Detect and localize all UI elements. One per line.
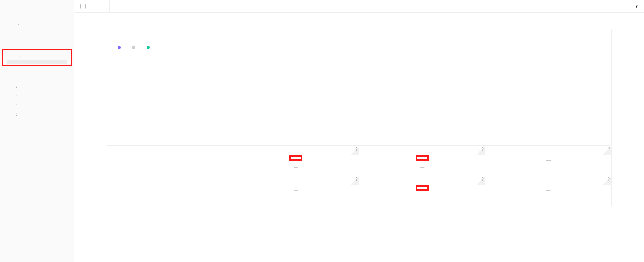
sidebar-item-conversations[interactable] <box>0 29 74 33</box>
sidebar-item-teams[interactable] <box>0 45 74 49</box>
metric-na <box>489 157 607 162</box>
sidebar-group-warehousing[interactable]: › <box>0 110 74 119</box>
help-icon[interactable]: ? <box>602 176 611 185</box>
main-area: ▼ ? <box>74 0 644 262</box>
conversations-chart-card <box>107 29 612 146</box>
topbar-business-hours <box>74 0 98 12</box>
sidebar: ⌄ ⌄ › › › › <box>0 0 74 262</box>
chart-plot <box>118 53 601 137</box>
topbar-period-selector[interactable]: ▼ <box>624 0 644 12</box>
topbar-timezone <box>98 0 110 12</box>
chevron-right-icon: › <box>16 85 17 89</box>
metric-avg-resolutions-per-day: ? <box>359 176 485 206</box>
metric-na <box>111 179 229 184</box>
help-icon[interactable]: ? <box>350 176 359 185</box>
annotation-highlight <box>289 155 302 161</box>
sidebar-item-support-csat[interactable] <box>0 70 74 74</box>
help-icon[interactable]: ? <box>603 146 611 155</box>
help-icon[interactable]: ? <box>476 176 485 185</box>
legend-item-resolutions[interactable] <box>147 45 152 50</box>
legend-item-customers[interactable] <box>132 45 138 50</box>
metric-resolutions: ? <box>359 146 485 176</box>
sidebar-group-amazon-sales[interactable]: › <box>0 101 74 110</box>
sidebar-group-returns[interactable]: › <box>0 82 74 91</box>
sidebar-title <box>0 7 74 14</box>
metric-na <box>237 188 355 192</box>
metric-na <box>237 165 355 169</box>
chevron-right-icon: › <box>16 112 17 117</box>
annotation-highlight <box>416 155 429 161</box>
sidebar-item-teammates[interactable] <box>0 41 74 45</box>
sidebar-group-support[interactable]: ⌄ <box>3 51 71 60</box>
annotation-highlight <box>416 185 429 191</box>
sidebar-item-support-teammates[interactable] <box>0 74 74 78</box>
metric-opened-vs-closed <box>107 146 233 206</box>
legend-item-conversations[interactable] <box>118 45 123 50</box>
metric-na <box>489 188 607 192</box>
checkbox-business-hours[interactable] <box>80 4 86 9</box>
help-icon[interactable]: ? <box>476 146 485 155</box>
metric-new-conversations: ? <box>233 146 359 176</box>
chevron-down-icon: ⌄ <box>16 22 19 26</box>
metric-avg-customers-per-day: ? <box>485 176 611 206</box>
content: ? ? ? <box>74 13 644 262</box>
metric-customers-helped: ? <box>485 146 611 176</box>
caret-down-icon: ▼ <box>635 4 638 8</box>
sidebar-group-all-inboxes[interactable]: ⌄ <box>0 19 74 29</box>
help-icon[interactable]: ? <box>350 146 359 155</box>
sidebar-group-reviews[interactable]: › <box>0 91 74 101</box>
chevron-down-icon: ⌄ <box>17 53 21 58</box>
chart-x-axis <box>118 138 601 141</box>
chart-legend <box>118 45 601 50</box>
sidebar-item-support-productivity[interactable] <box>0 66 74 70</box>
chevron-right-icon: › <box>16 94 17 98</box>
sidebar-item-support-conversations[interactable] <box>7 60 67 64</box>
legend-dot <box>118 46 121 49</box>
metric-na <box>363 195 481 200</box>
legend-dot <box>147 46 150 49</box>
topbar: ▼ <box>74 0 644 13</box>
sidebar-item-support-teams[interactable] <box>0 78 74 82</box>
metrics-grid: ? ? ? <box>107 146 612 206</box>
sidebar-item-productivity[interactable] <box>0 33 74 37</box>
chevron-right-icon: › <box>16 103 17 107</box>
sidebar-section-kb[interactable] <box>0 119 74 124</box>
annotation-support-highlight: ⌄ <box>2 49 72 66</box>
metric-na <box>363 165 481 169</box>
sidebar-item-csat[interactable] <box>0 37 74 41</box>
sidebar-section-inbox[interactable] <box>0 14 74 19</box>
metric-avg-conversations-per-day: ? <box>233 176 359 206</box>
legend-dot <box>132 46 135 49</box>
